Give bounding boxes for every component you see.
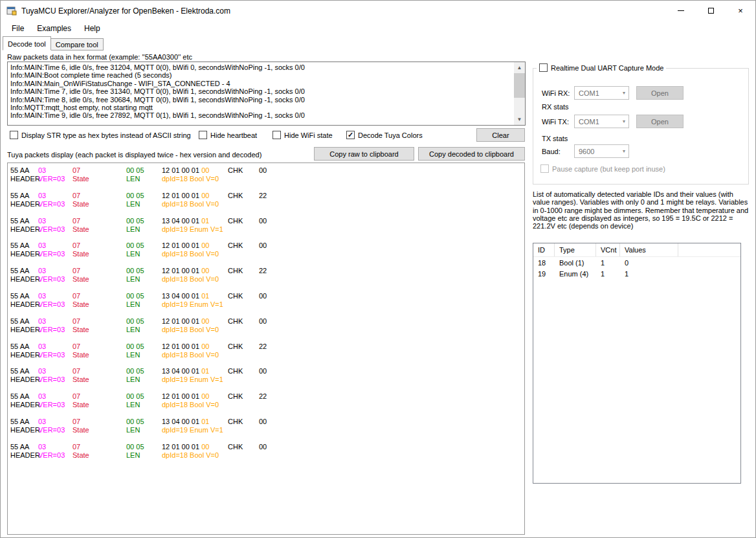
wifi-tx-open-button[interactable]: Open — [636, 115, 684, 128]
log-line: Info:MAIN:Main_OnWiFiStatusChange - WIFI… — [10, 80, 513, 87]
packet-checksum-label: CHK — [228, 392, 243, 401]
packet-checksum-value: 00 — [259, 317, 267, 326]
packet-length: 00 05 LEN — [126, 292, 144, 309]
packet-checksum-value: 00 — [259, 443, 267, 451]
log-line: Info:MQTT:mqtt_host empty, not starting … — [10, 104, 513, 111]
packet-checksum-label: CHK — [228, 342, 243, 351]
packets-panel[interactable]: 55 AA HEADER 03 VER=03 07 State 00 05 LE… — [7, 163, 525, 535]
variables-table-cell: 1 — [596, 270, 620, 278]
wifi-tx-port-select[interactable]: COM1 ▾ — [574, 115, 629, 128]
log-textbox[interactable]: Info:MAIN:Time 6, idle 0/s, free 31204, … — [7, 62, 526, 126]
packet-row: 55 AA HEADER 03 VER=03 07 State 00 05 LE… — [8, 443, 524, 468]
checkbox-realtime-capture[interactable]: Realtime Dual UART Capture Mode — [537, 63, 666, 72]
packet-row: 55 AA HEADER 03 VER=03 07 State 00 05 LE… — [8, 241, 524, 267]
column-header-id[interactable]: ID — [533, 243, 555, 256]
raw-packets-label: Raw packets data in hex format (example:… — [7, 53, 192, 61]
variables-table[interactable]: ID Type VCnt Values 18Bool (1)1019Enum (… — [533, 243, 741, 484]
maximize-button[interactable] — [696, 1, 726, 21]
checkbox-hide-wifi-state[interactable]: Hide WiFi state — [272, 131, 333, 139]
variables-table-cell: Enum (4) — [555, 270, 596, 278]
packet-command: 07 State — [72, 392, 89, 409]
log-line: Info:MAIN:Time 8, idle 0/s, free 30684, … — [10, 96, 513, 104]
packet-checksum-value: 00 — [259, 166, 267, 175]
log-line: Info:MAIN:Time 9, idle 0/s, free 27892, … — [10, 111, 513, 119]
baud-select[interactable]: 9600 ▾ — [574, 144, 629, 158]
packet-header-bytes: 55 AA HEADER — [10, 166, 40, 183]
minimize-icon — [678, 10, 684, 11]
packet-checksum-value: 22 — [259, 267, 267, 275]
checkbox-decode-tuya-colors[interactable]: ✓ Decode Tuya Colors — [346, 131, 423, 139]
copy-raw-button[interactable]: Copy raw to clipboard — [314, 147, 414, 161]
packet-row: 55 AA HEADER 03 VER=03 07 State 00 05 LE… — [8, 367, 524, 392]
minimize-button[interactable] — [666, 1, 696, 21]
packet-checksum-value: 00 — [259, 241, 267, 250]
scrollbar-thumb[interactable] — [514, 73, 525, 98]
packet-length: 00 05 LEN — [126, 418, 144, 434]
scroll-up-button[interactable]: ▲ — [514, 62, 525, 73]
packet-payload: 13 04 00 01 01 dpId=19 Enum V=1 — [162, 418, 223, 434]
variables-table-header: ID Type VCnt Values — [533, 243, 740, 257]
log-line: Info:MAIN:Time 7, idle 0/s, free 31340, … — [10, 87, 513, 95]
packet-version: 03 VER=03 — [38, 392, 65, 409]
packet-row: 55 AA HEADER 03 VER=03 07 State 00 05 LE… — [8, 317, 524, 342]
packet-payload: 12 01 00 01 00 dpId=18 Bool V=0 — [162, 317, 219, 334]
packet-version: 03 VER=03 — [38, 241, 65, 258]
column-header-vcnt[interactable]: VCnt — [596, 243, 620, 256]
packet-command: 07 State — [72, 317, 89, 334]
packet-header-bytes: 55 AA HEADER — [10, 267, 40, 284]
packet-payload: 12 01 00 01 00 dpId=18 Bool V=0 — [162, 166, 219, 183]
packet-version: 03 VER=03 — [38, 217, 65, 234]
scroll-up-icon: ▲ — [517, 65, 522, 71]
checkbox-hide-heartbeat[interactable]: Hide heartbeat — [199, 131, 257, 139]
packet-checksum-label: CHK — [228, 267, 243, 275]
menu-item-help[interactable]: Help — [78, 22, 107, 35]
packet-header-bytes: 55 AA HEADER — [10, 317, 40, 334]
menu-item-examples[interactable]: Examples — [30, 22, 78, 35]
packet-length: 00 05 LEN — [126, 443, 144, 460]
packet-command: 07 State — [72, 217, 89, 234]
checkbox-label: Realtime Dual UART Capture Mode — [551, 64, 663, 72]
variables-table-row[interactable]: 19Enum (4)11 — [533, 268, 740, 279]
app-icon — [6, 6, 17, 16]
packet-command: 07 State — [72, 192, 89, 208]
packet-checksum-value: 22 — [259, 342, 267, 351]
copy-decoded-button[interactable]: Copy decoded to clipboard — [418, 147, 525, 161]
packet-command: 07 State — [72, 166, 89, 183]
packet-header-bytes: 55 AA HEADER — [10, 342, 40, 359]
packet-length: 00 05 LEN — [126, 192, 144, 208]
packet-checksum-label: CHK — [228, 241, 243, 250]
scroll-down-icon: ▼ — [517, 117, 522, 122]
variables-table-row[interactable]: 18Bool (1)10 — [533, 257, 740, 268]
log-scrollbar[interactable]: ▲ ▼ — [514, 62, 525, 125]
packet-command: 07 State — [72, 367, 89, 384]
tab-decode-tool[interactable]: Decode tool — [3, 36, 51, 50]
column-header-values[interactable]: Values — [620, 243, 678, 256]
wifi-rx-open-button[interactable]: Open — [636, 86, 684, 100]
checkbox-pause-capture[interactable]: Pause capture (but keep port inuse) — [540, 164, 665, 173]
packet-row: 55 AA HEADER 03 VER=03 07 State 00 05 LE… — [8, 267, 524, 292]
menu-item-file[interactable]: File — [5, 22, 30, 35]
checkmark-icon: ✓ — [348, 131, 353, 139]
packet-row: 55 AA HEADER 03 VER=03 07 State 00 05 LE… — [8, 392, 524, 418]
packet-row: 55 AA HEADER 03 VER=03 07 State 00 05 LE… — [8, 342, 524, 368]
column-header-type[interactable]: Type — [555, 243, 596, 256]
tab-compare-tool[interactable]: Compare tool — [51, 38, 104, 50]
chevron-down-icon: ▾ — [623, 148, 628, 154]
menu-bar: File Examples Help — [1, 21, 755, 36]
clear-button[interactable]: Clear — [476, 128, 525, 142]
close-button[interactable]: × — [726, 1, 755, 21]
packet-command: 07 State — [72, 443, 89, 460]
column-header-filler — [678, 243, 740, 256]
tab-strip: Decode tool Compare tool — [1, 36, 755, 50]
scroll-down-button[interactable]: ▼ — [514, 114, 525, 125]
wifi-rx-port-select[interactable]: COM1 ▾ — [574, 86, 629, 100]
packet-length: 00 05 LEN — [126, 392, 144, 409]
checkbox-display-str-hex[interactable]: Display STR type as hex bytes instead of… — [10, 131, 191, 139]
variables-table-cell: Bool (1) — [555, 259, 596, 267]
packet-command: 07 State — [72, 342, 89, 359]
window-controls: × — [666, 1, 755, 21]
packet-payload: 13 04 00 01 01 dpId=19 Enum V=1 — [162, 292, 223, 309]
packet-header-bytes: 55 AA HEADER — [10, 443, 40, 460]
checkbox-label: Decode Tuya Colors — [358, 131, 423, 139]
packet-checksum-value: 00 — [259, 292, 267, 300]
